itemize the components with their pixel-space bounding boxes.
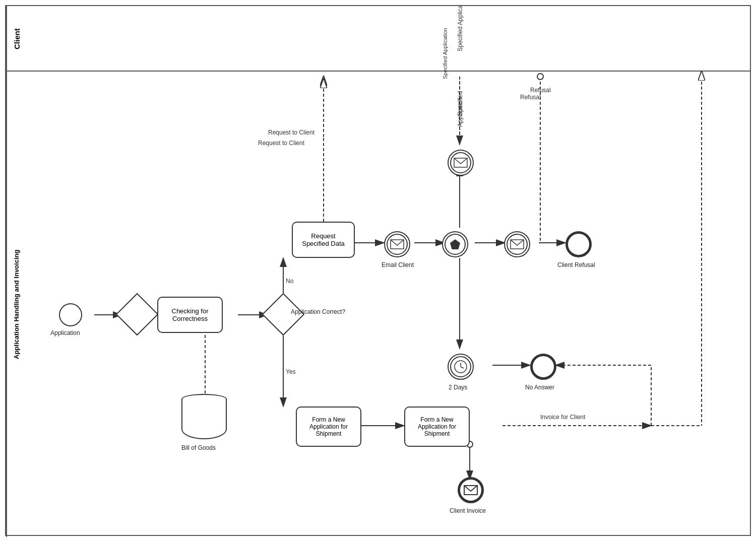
svg-rect-42 bbox=[511, 240, 524, 249]
request-specified-data-task: Request Specified Data bbox=[292, 222, 355, 258]
gateway-correct-label: Application Correct? bbox=[291, 308, 345, 315]
gateway-1 bbox=[122, 299, 152, 329]
client-lane-label: Client bbox=[6, 6, 26, 72]
checking-task: Checking for Correctness bbox=[157, 297, 223, 333]
refusal-label: Refusal bbox=[530, 87, 551, 94]
email-client-label: Email Client bbox=[382, 261, 414, 268]
svg-line-45 bbox=[461, 367, 464, 368]
bpmn-diagram: Client Application Handling and Invoicin… bbox=[5, 5, 751, 536]
bill-of-goods-label: Bill of Goods bbox=[181, 444, 216, 451]
bill-of-goods bbox=[181, 394, 227, 439]
client-refusal-label: Client Refusal bbox=[557, 261, 595, 268]
client-refusal-event bbox=[565, 231, 592, 257]
svg-point-43 bbox=[455, 361, 467, 373]
email-client-event bbox=[384, 231, 410, 257]
application-label: Application bbox=[50, 329, 80, 336]
event-gateway bbox=[442, 231, 468, 257]
request-to-client-event bbox=[448, 150, 474, 176]
main-lane-label: Application Handling and Invoicing bbox=[6, 72, 26, 537]
application-start-event bbox=[59, 303, 82, 326]
specified-application-label: Specified Application bbox=[442, 29, 448, 79]
two-days-label: 2 Days bbox=[449, 384, 467, 391]
svg-rect-40 bbox=[391, 240, 404, 249]
form-new-2-task: Form a New Application for Shipment bbox=[404, 407, 470, 447]
no-answer-label: No Answer bbox=[525, 384, 554, 391]
no-answer-event bbox=[530, 354, 556, 380]
client-invoice-event bbox=[458, 477, 484, 503]
two-days-event bbox=[448, 354, 474, 380]
client-invoice-label: Client Invoice bbox=[450, 507, 486, 514]
svg-rect-41 bbox=[454, 158, 467, 167]
lane-main: Application Handling and Invoicing bbox=[6, 72, 750, 537]
form-new-1-task: Form a New Application for Shipment bbox=[296, 407, 361, 447]
refusal-email-event bbox=[504, 231, 530, 257]
lane-client: Client bbox=[6, 6, 750, 72]
request-to-client-label: Request to Client bbox=[258, 140, 304, 147]
